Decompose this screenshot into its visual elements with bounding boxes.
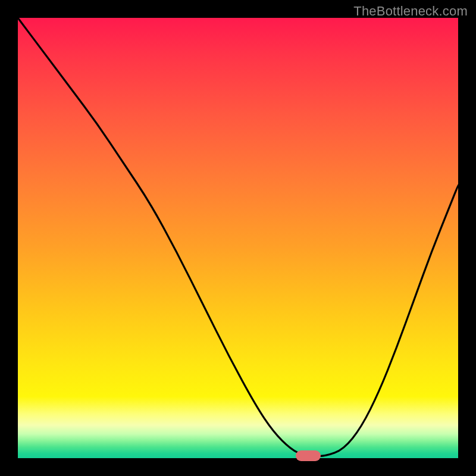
optimal-point-marker (296, 450, 321, 461)
chart-frame: TheBottleneck.com (0, 0, 476, 476)
watermark-text: TheBottleneck.com (353, 4, 468, 19)
bottleneck-curve (18, 18, 458, 458)
chart-plot-area (18, 18, 458, 458)
